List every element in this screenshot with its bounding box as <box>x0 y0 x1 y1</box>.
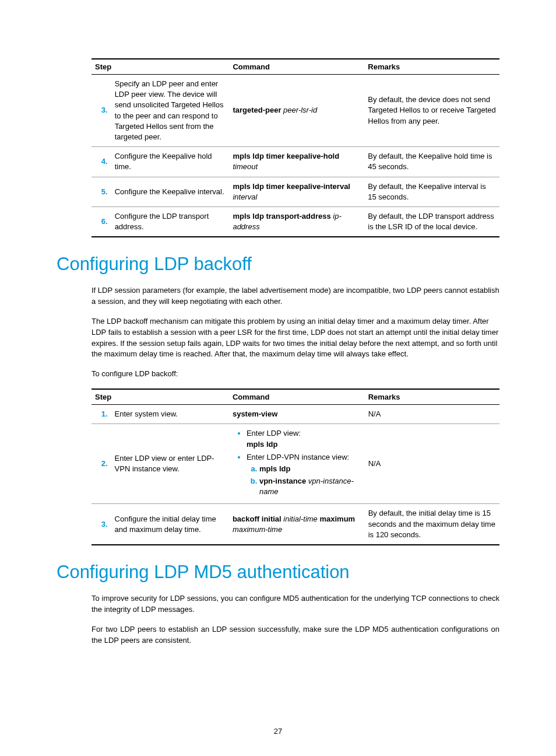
remarks-cell: By default, the LDP transport address is… <box>364 206 499 237</box>
paragraph: For two LDP peers to establish an LDP se… <box>92 624 499 646</box>
table-row: 3. Configure the initial delay time and … <box>92 504 499 545</box>
heading-ldp-backoff: Configuring LDP backoff <box>57 254 499 275</box>
paragraph: If LDP session parameters (for example, … <box>92 285 499 307</box>
command-cell: mpls ldp timer keepalive-hold timeout <box>229 147 364 177</box>
step-num: 3. <box>92 504 111 545</box>
step-desc: Enter LDP view or enter LDP-VPN instance… <box>111 424 229 504</box>
remarks-cell: By default, the Keepalive interval is 15… <box>364 177 499 206</box>
step-desc: Configure the Keepalive interval. <box>111 177 230 206</box>
step-num: 3. <box>92 75 111 147</box>
th-command: Command <box>229 59 364 75</box>
th-step: Step <box>92 389 229 405</box>
list-item: Enter LDP view:mpls ldp <box>247 428 361 449</box>
remarks-cell: By default, the initial delay time is 15… <box>365 504 499 545</box>
th-remarks: Remarks <box>364 59 499 75</box>
step-desc: Configure the Keepalive hold time. <box>111 147 230 177</box>
sublist-item: vpn-instance vpn-instance-name <box>259 476 361 497</box>
paragraph: To configure LDP backoff: <box>92 369 499 380</box>
table-row: 4. Configure the Keepalive hold time. mp… <box>92 147 499 177</box>
step-num: 5. <box>92 177 111 206</box>
remarks-cell: By default, the Keepalive hold time is 4… <box>364 147 499 177</box>
th-remarks: Remarks <box>365 389 499 405</box>
paragraph: To improve security for LDP sessions, yo… <box>92 593 499 615</box>
step-desc: Specify an LDP peer and enter LDP peer v… <box>111 75 230 147</box>
step-desc: Enter system view. <box>111 405 229 424</box>
page-number: 27 <box>0 727 556 736</box>
step-desc: Configure the initial delay time and max… <box>111 504 229 545</box>
table-row: 2. Enter LDP view or enter LDP-VPN insta… <box>92 424 499 504</box>
step-num: 4. <box>92 147 111 177</box>
table-row: 5. Configure the Keepalive interval. mpl… <box>92 177 499 206</box>
step-num: 1. <box>92 405 111 424</box>
table-row: 6. Configure the LDP transport address. … <box>92 206 499 237</box>
remarks-cell: N/A <box>365 405 499 424</box>
command-cell: Enter LDP view:mpls ldp Enter LDP-VPN in… <box>229 424 365 504</box>
heading-ldp-md5: Configuring LDP MD5 authentication <box>57 562 499 583</box>
command-cell: mpls ldp timer keepalive-interval interv… <box>229 177 364 206</box>
command-cell: system-view <box>229 405 365 424</box>
step-num: 2. <box>92 424 111 504</box>
paragraph: The LDP backoff mechanism can mitigate t… <box>92 316 499 360</box>
th-step: Step <box>92 59 229 75</box>
sublist-item: mpls ldp <box>259 464 361 474</box>
remarks-cell: N/A <box>365 424 499 504</box>
step-desc: Configure the LDP transport address. <box>111 206 230 237</box>
list-item: Enter LDP-VPN instance view: mpls ldp vp… <box>247 452 361 498</box>
command-cell: targeted-peer peer-lsr-id <box>229 75 364 147</box>
table-ldp-backoff: Step Command Remarks 1. Enter system vie… <box>92 388 499 545</box>
table-row: 3. Specify an LDP peer and enter LDP pee… <box>92 75 499 147</box>
table-ldp-params: Step Command Remarks 3. Specify an LDP p… <box>92 58 499 237</box>
step-num: 6. <box>92 206 111 237</box>
remarks-cell: By default, the device does not send Tar… <box>364 75 499 147</box>
table-row: 1. Enter system view. system-view N/A <box>92 405 499 424</box>
command-cell: backoff initial initial-time maximum max… <box>229 504 365 545</box>
th-command: Command <box>229 389 365 405</box>
command-cell: mpls ldp transport-address ip-address <box>229 206 364 237</box>
